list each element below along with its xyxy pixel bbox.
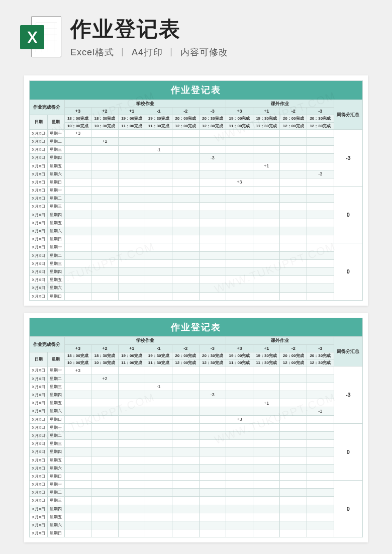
score-cell (307, 203, 334, 211)
table-row: X月X日星期二 (30, 431, 363, 439)
score-cell (199, 187, 226, 195)
score-cell (253, 383, 280, 391)
score-cell (172, 235, 199, 243)
score-cell (118, 137, 145, 145)
table-row: X月X日星期五 (30, 513, 363, 521)
table-row: X月X日星期三-1 (30, 383, 363, 391)
score-cell (118, 513, 145, 521)
time-header: 20：00完成 (280, 352, 307, 359)
weekday-cell: 星期五 (48, 276, 64, 284)
score-cell (172, 284, 199, 292)
table-row: X月X日星期一+3-3 (30, 129, 363, 137)
score-cell (172, 481, 199, 489)
score-cell (199, 481, 226, 489)
date-cell: X月X日 (30, 154, 48, 162)
time-header: 11：30完成 (253, 122, 280, 129)
score-cell (145, 137, 172, 145)
score-header: +3 (226, 108, 253, 115)
score-cell (199, 497, 226, 505)
score-cell (253, 423, 280, 431)
score-cell (307, 383, 334, 391)
score-cell (172, 497, 199, 505)
score-cell (172, 146, 199, 154)
score-cell (307, 529, 334, 537)
score-cell (307, 259, 334, 267)
weekday-cell: 星期六 (48, 521, 64, 529)
score-cell (91, 187, 119, 195)
score-cell (64, 276, 91, 284)
table-row: X月X日星期一0 (30, 423, 363, 431)
table-row: X月X日星期五 (30, 219, 363, 227)
score-cell (307, 448, 334, 456)
score-cell (280, 129, 307, 137)
score-cell (307, 129, 334, 137)
score-cell (64, 472, 91, 480)
score-cell (226, 251, 253, 259)
score-cell (118, 251, 145, 259)
score-cell (172, 178, 199, 186)
score-cell (199, 366, 226, 375)
score-cell (226, 529, 253, 537)
table-row: X月X日星期三 (30, 440, 363, 448)
sheet-title: 作业登记表 (30, 81, 363, 100)
score-cell (64, 375, 91, 383)
score-cell (145, 227, 172, 235)
score-cell (91, 178, 119, 186)
score-cell (64, 292, 91, 300)
date-cell: X月X日 (30, 407, 48, 415)
score-cell (226, 489, 253, 497)
table-row: X月X日星期二 (30, 195, 363, 203)
weekday-cell: 星期二 (48, 137, 64, 145)
score-cell (118, 431, 145, 439)
score-cell (226, 259, 253, 267)
score-cell (199, 146, 226, 154)
sheet-preview-1: 作业登记表作业完成得分学校作业课外作业周得分汇总+3+2+1-1-2-3+3+1… (24, 75, 368, 306)
score-cell: -3 (199, 391, 226, 399)
time-header: 19：00完成 (118, 352, 145, 359)
table-row: X月X日星期六 (30, 284, 363, 292)
table-row: X月X日星期四 (30, 267, 363, 275)
score-cell (226, 219, 253, 227)
score-cell (199, 415, 226, 423)
date-cell: X月X日 (30, 456, 48, 464)
date-cell: X月X日 (30, 211, 48, 219)
score-cell (145, 187, 172, 195)
score-cell (226, 211, 253, 219)
score-cell (226, 513, 253, 521)
score-cell (226, 162, 253, 170)
score-cell (253, 407, 280, 415)
week-total-cell: 0 (334, 481, 362, 537)
score-cell (91, 391, 119, 399)
score-cell (91, 399, 119, 407)
weekday-cell: 星期五 (48, 162, 64, 170)
score-cell (172, 129, 199, 137)
score-cell (91, 211, 119, 219)
score-cell (253, 129, 280, 137)
date-cell: X月X日 (30, 235, 48, 243)
time-header: 11：30完成 (253, 359, 280, 366)
score-cell (145, 489, 172, 497)
date-cell: X月X日 (30, 383, 48, 391)
date-cell: X月X日 (30, 251, 48, 259)
score-cell (253, 195, 280, 203)
score-cell (280, 251, 307, 259)
score-cell (64, 251, 91, 259)
score-cell (172, 187, 199, 195)
score-cell (91, 162, 119, 170)
score-cell (307, 513, 334, 521)
weekday-cell: 星期六 (48, 284, 64, 292)
score-cell (91, 521, 119, 529)
score-cell (172, 489, 199, 497)
score-cell (145, 178, 172, 186)
score-cell (307, 235, 334, 243)
score-cell (253, 259, 280, 267)
score-cell (145, 472, 172, 480)
time-header: 20：00完成 (172, 352, 199, 359)
score-header: -3 (199, 344, 226, 352)
score-cell (64, 137, 91, 145)
week-total-cell: -3 (334, 129, 362, 186)
score-cell (253, 456, 280, 464)
score-cell: +1 (253, 399, 280, 407)
score-cell (199, 472, 226, 480)
score-cell (280, 366, 307, 375)
